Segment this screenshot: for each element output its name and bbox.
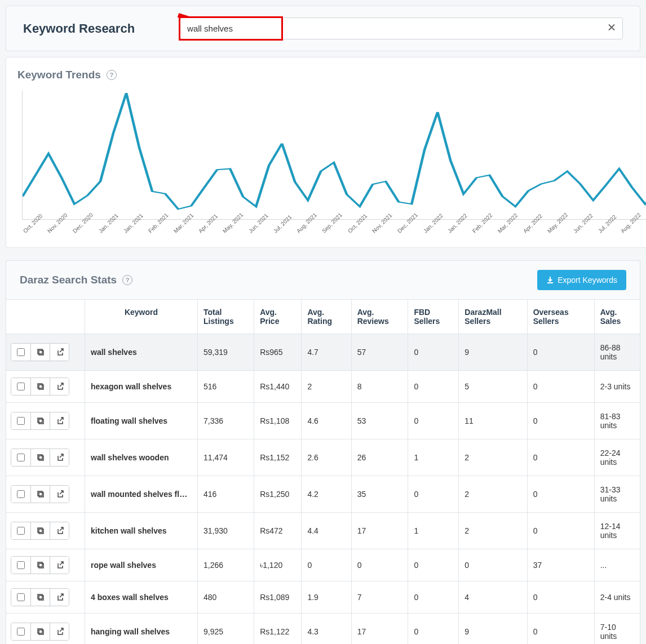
copy-button[interactable] (30, 557, 50, 574)
table-cell: 2-4 units (594, 581, 640, 614)
table-cell: 4.3 (302, 614, 351, 645)
external-link-button[interactable] (50, 522, 69, 539)
table-cell: 4.6 (302, 403, 351, 439)
copy-button[interactable] (30, 589, 50, 606)
table-cell: 0 (408, 581, 459, 614)
table-cell: 0 (527, 476, 594, 513)
external-link-button[interactable] (50, 344, 69, 361)
svg-rect-14 (39, 596, 43, 600)
help-icon[interactable]: ? (122, 275, 132, 285)
table-cell: Rs472 (254, 513, 302, 549)
copy-button[interactable] (30, 522, 50, 539)
external-link-button[interactable] (50, 557, 69, 574)
download-icon (546, 276, 554, 284)
svg-rect-13 (38, 562, 42, 567)
table-cell: 0 (527, 334, 594, 371)
actions-header (6, 300, 85, 334)
chart-x-labels: Oct, 2020Nov, 2020Dec, 2020Jan, 2021Jan,… (22, 220, 646, 236)
copy-button[interactable] (30, 378, 50, 395)
table-cell: 31,930 (198, 513, 254, 549)
table-cell: 1.9 (302, 581, 351, 614)
table-row: 4 boxes wall shelves480Rs1,0891.970402-4… (6, 581, 640, 614)
table-cell: 57 (351, 334, 408, 371)
external-link-button[interactable] (50, 412, 69, 429)
row-checkbox[interactable] (11, 589, 30, 606)
row-checkbox[interactable] (11, 557, 30, 574)
table-cell: 11 (459, 403, 527, 439)
trends-title: Keyword Trends ? (17, 69, 646, 81)
table-cell: 0 (408, 614, 459, 645)
table-row: rope wall shelves1,266৳1,120000037... (6, 549, 640, 581)
trends-title-text: Keyword Trends (17, 69, 101, 81)
column-header: Overseas Sellers (527, 300, 594, 334)
external-link-button[interactable] (50, 378, 69, 395)
row-checkbox[interactable] (11, 522, 30, 539)
table-cell: 2 (459, 476, 527, 513)
svg-rect-8 (39, 492, 43, 497)
table-cell: Rs965 (254, 334, 302, 371)
svg-rect-0 (39, 350, 43, 355)
column-header: Avg. Price (254, 300, 302, 334)
table-cell: 2-3 units (594, 371, 640, 403)
copy-button[interactable] (30, 449, 50, 466)
column-header: Keyword (85, 300, 198, 334)
table-cell: Rs1,440 (254, 371, 302, 403)
table-cell: 0 (408, 476, 459, 513)
table-cell: 86-88 units (594, 334, 640, 371)
svg-rect-5 (38, 418, 42, 423)
row-checkbox[interactable] (11, 344, 30, 361)
table-cell: Rs1,152 (254, 439, 302, 476)
table-cell: 0 (302, 549, 351, 581)
copy-button[interactable] (30, 412, 50, 429)
table-cell: rope wall shelves (85, 549, 198, 581)
svg-rect-3 (38, 384, 42, 388)
table-cell: 0 (408, 549, 459, 581)
svg-rect-12 (39, 563, 43, 568)
external-link-button[interactable] (50, 623, 69, 640)
table-cell: 2 (459, 439, 527, 476)
copy-button[interactable] (30, 623, 50, 640)
export-keywords-button[interactable]: Export Keywords (537, 270, 626, 290)
table-cell: 81-83 units (594, 403, 640, 439)
row-checkbox[interactable] (11, 412, 30, 429)
table-cell: kitchen wall shelves (85, 513, 198, 549)
table-row: hanging wall shelves9,925Rs1,1224.317090… (6, 614, 640, 645)
svg-rect-10 (39, 529, 43, 534)
svg-rect-15 (38, 594, 42, 599)
copy-button[interactable] (30, 344, 50, 361)
column-header: FBD Sellers (408, 300, 459, 334)
table-cell: ৳1,120 (254, 549, 302, 581)
stats-panel: Daraz Search Stats ? Export Keywords Key… (6, 260, 640, 644)
copy-button[interactable] (30, 486, 50, 503)
table-cell: 4.4 (302, 513, 351, 549)
table-cell: 0 (527, 581, 594, 614)
page-title: Keyword Research (23, 21, 135, 36)
svg-rect-7 (38, 455, 42, 459)
row-checkbox[interactable] (11, 378, 30, 395)
table-row: floating wall shelves7,336Rs1,1084.65301… (6, 403, 640, 439)
external-link-button[interactable] (50, 486, 69, 503)
external-link-button[interactable] (50, 589, 69, 606)
table-cell: 0 (527, 439, 594, 476)
table-cell: 37 (527, 549, 594, 581)
help-icon[interactable]: ? (107, 70, 117, 80)
table-cell: 26 (351, 439, 408, 476)
table-cell: 5 (459, 371, 527, 403)
external-link-button[interactable] (50, 449, 69, 466)
table-cell: 1 (408, 439, 459, 476)
row-checkbox[interactable] (11, 623, 30, 640)
svg-rect-1 (38, 349, 42, 354)
close-icon[interactable] (607, 23, 616, 34)
table-row: wall shelves wooden11,474Rs1,1522.626120… (6, 439, 640, 476)
table-cell: 4 boxes wall shelves (85, 581, 198, 614)
table-cell: 0 (408, 371, 459, 403)
table-cell: 2 (459, 513, 527, 549)
search-input[interactable] (180, 17, 623, 39)
table-cell: 17 (351, 513, 408, 549)
table-row: wall shelves59,319Rs9654.75709086-88 uni… (6, 334, 640, 371)
row-checkbox[interactable] (11, 449, 30, 466)
row-checkbox[interactable] (11, 486, 30, 503)
table-cell: 0 (351, 549, 408, 581)
table-cell: 35 (351, 476, 408, 513)
table-cell: 0 (527, 403, 594, 439)
